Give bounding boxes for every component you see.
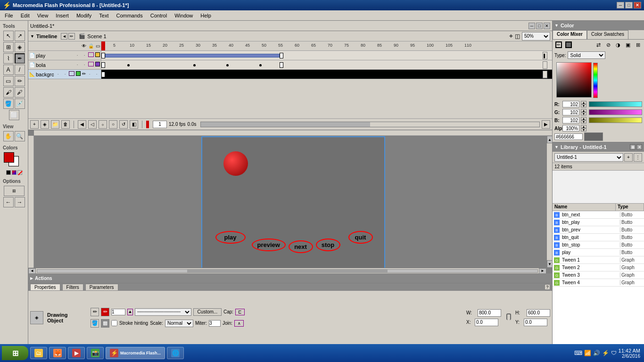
- free-transform-tool[interactable]: ⊞: [3, 42, 14, 52]
- join-style-icon[interactable]: ∧: [234, 320, 244, 327]
- tab-properties[interactable]: Properties: [30, 284, 60, 290]
- add-keyframe-btn[interactable]: ⬦: [99, 120, 107, 129]
- option-btn-3[interactable]: →: [15, 197, 25, 207]
- layer-play-visibility[interactable]: ·: [74, 52, 81, 59]
- eye-header-icon[interactable]: 👁: [82, 43, 86, 49]
- pencil-tool[interactable]: ✏: [15, 76, 25, 86]
- library-close-btn[interactable]: ✕: [636, 144, 642, 150]
- add-folder-btn[interactable]: 📁: [51, 120, 59, 129]
- onion-skin-btn[interactable]: ◫: [515, 33, 520, 40]
- library-expand-btn[interactable]: ⊞: [630, 144, 636, 150]
- no-color-btn[interactable]: [17, 170, 22, 175]
- playhead[interactable]: [101, 41, 105, 50]
- line-tool[interactable]: /: [15, 65, 25, 75]
- library-options-btn[interactable]: ⋮: [634, 153, 642, 162]
- g-value-input[interactable]: [562, 109, 579, 115]
- color-panel-header[interactable]: ▼ Color: [553, 21, 644, 30]
- layer-background-visibility[interactable]: ·: [55, 71, 61, 78]
- scroll-down-btn[interactable]: ▼: [547, 260, 552, 268]
- r-gradient-bar[interactable]: [589, 101, 642, 107]
- layer-play-outline[interactable]: [88, 52, 94, 57]
- menu-item-window[interactable]: Window: [171, 12, 197, 19]
- maximize-button[interactable]: □: [625, 2, 633, 8]
- library-item-9[interactable]: GTween 4Graph: [553, 279, 644, 287]
- black-white-icon[interactable]: ◑: [614, 41, 622, 49]
- hand-tool[interactable]: ✋: [3, 131, 14, 141]
- paint-bucket-tool[interactable]: 🪣: [3, 99, 14, 109]
- alpha-input[interactable]: [562, 125, 579, 132]
- zoom-select[interactable]: 50% 25% 100%: [522, 32, 550, 41]
- menu-item-view[interactable]: View: [33, 12, 52, 19]
- library-item-7[interactable]: GTween 2Graph: [553, 264, 644, 272]
- scale-select[interactable]: Normal: [165, 320, 193, 327]
- custom-stroke-btn[interactable]: Custom...: [193, 308, 222, 316]
- menu-item-text[interactable]: Text: [95, 12, 112, 19]
- library-new-btn[interactable]: +: [624, 153, 633, 162]
- layer-background-timeline[interactable]: [101, 70, 552, 79]
- g-gradient-bar[interactable]: [589, 109, 642, 115]
- layer-bola-lock[interactable]: ·: [81, 62, 88, 68]
- close-button[interactable]: ✕: [634, 2, 641, 8]
- gradient-tool[interactable]: ◈: [15, 42, 25, 52]
- tab-parameters[interactable]: Parameters: [85, 284, 118, 290]
- arrow-tool[interactable]: ↖: [3, 31, 14, 41]
- taskbar-firefox[interactable]: 🦊: [49, 347, 66, 359]
- hscroll-track[interactable]: [37, 269, 538, 273]
- x-input[interactable]: [475, 319, 498, 326]
- cap-style-icon[interactable]: ⊏: [235, 309, 245, 315]
- taskbar-media[interactable]: ▶: [68, 347, 85, 359]
- option-btn-1[interactable]: ⊞: [4, 186, 25, 196]
- extra-btn-2[interactable]: ⊞: [634, 41, 642, 49]
- inkbottle-tool[interactable]: 🖋: [15, 87, 25, 98]
- scrollbar-thumb[interactable]: [201, 122, 370, 127]
- pen-icon-btn[interactable]: ✏: [91, 308, 99, 316]
- delete-layer-btn[interactable]: 🗑: [61, 120, 70, 129]
- menu-item-modify[interactable]: Modify: [73, 12, 95, 19]
- eyedropper-tool[interactable]: 💉: [15, 99, 25, 109]
- extra-btn-1[interactable]: ▣: [624, 41, 632, 49]
- minimize-button[interactable]: ─: [617, 2, 624, 8]
- stroke-width-input[interactable]: [111, 309, 125, 315]
- taskbar-browser[interactable]: 🌐: [167, 347, 184, 359]
- taskbar-greenshot[interactable]: 📸: [87, 347, 104, 359]
- alpha-increment[interactable]: ▲: [581, 125, 586, 128]
- scene-edit-btn[interactable]: ✏: [68, 33, 75, 40]
- b-decrement[interactable]: ▼: [581, 120, 586, 123]
- lasso-tool[interactable]: ⌇: [3, 53, 14, 64]
- g-decrement[interactable]: ▼: [581, 112, 586, 115]
- library-item-0[interactable]: Bbtn_nextButto: [553, 211, 644, 219]
- onion-skin-btn[interactable]: ◧: [130, 120, 138, 129]
- stroke-stepper-up[interactable]: ▲: [127, 309, 133, 315]
- start-button[interactable]: ⊞: [2, 346, 28, 360]
- fill-color-icon[interactable]: [564, 41, 573, 49]
- g-increment[interactable]: ▲: [581, 109, 586, 112]
- doc-minimize-btn[interactable]: ─: [528, 23, 535, 29]
- timeline-hscrollbar[interactable]: [200, 122, 540, 127]
- rect-tool[interactable]: ▭: [3, 76, 14, 86]
- layer-bola-timeline[interactable]: [101, 60, 552, 69]
- add-shape-btn[interactable]: ◁: [88, 120, 97, 129]
- scene-back-btn[interactable]: ◄: [61, 33, 67, 40]
- layer-background-lock[interactable]: ·: [62, 71, 68, 78]
- library-item-4[interactable]: Bbtn_stopButto: [553, 241, 644, 249]
- layer-bola-outline[interactable]: [88, 62, 94, 66]
- menu-item-control[interactable]: Control: [147, 12, 171, 19]
- text-tool[interactable]: A: [3, 65, 14, 75]
- library-item-1[interactable]: Bbtn_playButto: [553, 219, 644, 226]
- fill-style-btn[interactable]: ▩: [101, 319, 109, 328]
- doc-restore-btn[interactable]: □: [536, 23, 543, 29]
- library-select[interactable]: Untitled-1: [554, 153, 623, 162]
- actions-bar[interactable]: ▶ Actions: [28, 273, 552, 283]
- swap-colors-btn[interactable]: [12, 170, 17, 175]
- r-value-input[interactable]: [562, 101, 579, 107]
- r-decrement[interactable]: ▼: [581, 104, 586, 107]
- b-increment[interactable]: ▲: [581, 117, 586, 120]
- canvas-area[interactable]: play preview next stop quit: [34, 136, 552, 273]
- fill-color-swatch[interactable]: [4, 152, 14, 163]
- library-item-2[interactable]: Bbtn_prevButto: [553, 226, 644, 234]
- layer-play-lock[interactable]: ·: [81, 52, 88, 59]
- tab-color-mixer[interactable]: Color Mixer: [553, 30, 587, 39]
- scroll-right-btn[interactable]: ▶: [542, 120, 550, 129]
- menu-item-commands[interactable]: Commands: [112, 12, 146, 19]
- layer-bola-visibility[interactable]: ·: [74, 62, 81, 68]
